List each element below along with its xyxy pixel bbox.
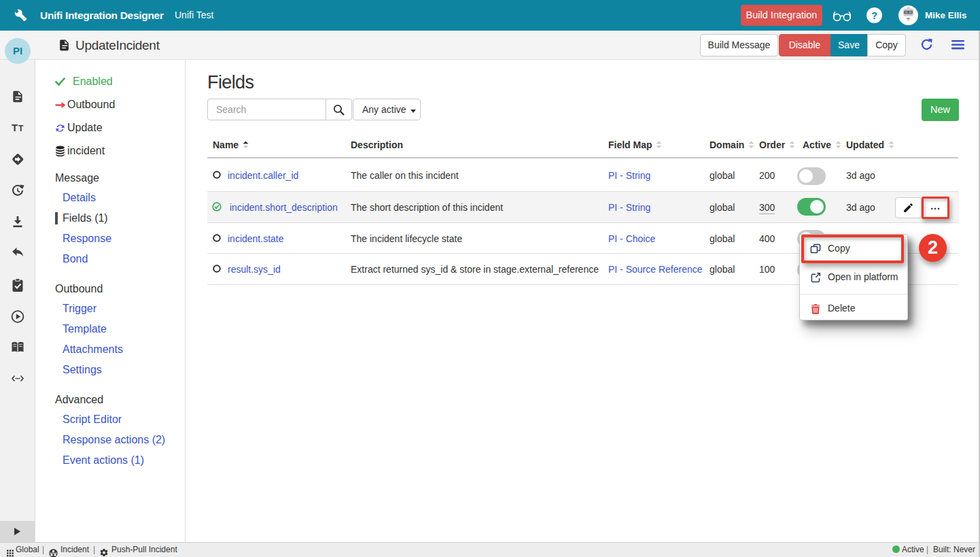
svg-text:T: T (12, 122, 18, 133)
svg-text:T: T (18, 124, 24, 133)
